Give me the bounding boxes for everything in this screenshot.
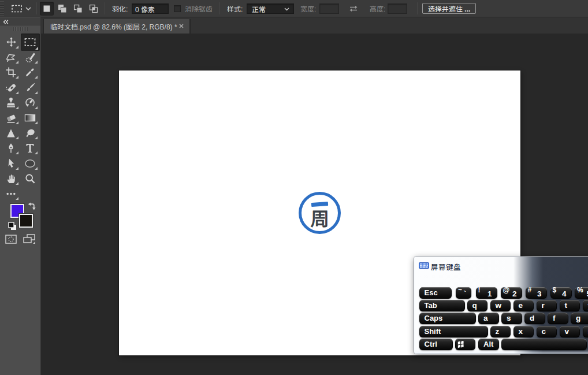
tool-flyout-indicator <box>35 61 38 64</box>
key-5[interactable]: %5 <box>575 287 588 299</box>
select-and-mask-button[interactable]: 选择并遮住 ... <box>422 3 476 14</box>
tool-pen[interactable] <box>2 140 20 155</box>
key-x[interactable]: x <box>513 326 534 337</box>
key-d[interactable]: d <box>524 313 545 324</box>
toolbar-gripper[interactable] <box>13 27 28 31</box>
key-t[interactable]: t <box>560 300 580 311</box>
key-label: x <box>519 327 523 336</box>
tool-quick-selection[interactable] <box>21 50 39 65</box>
tool-sharpen[interactable] <box>2 125 20 140</box>
key-v[interactable]: v <box>560 326 580 337</box>
key-z[interactable]: z <box>490 326 511 337</box>
key-f[interactable]: f <box>548 313 568 324</box>
tool-type[interactable] <box>21 140 39 155</box>
key-b[interactable]: b <box>583 326 588 337</box>
tool-spot-healing[interactable] <box>2 80 20 95</box>
swap-colors-icon[interactable] <box>27 202 36 211</box>
tool-clone-stamp[interactable] <box>2 95 20 110</box>
divider <box>417 2 418 14</box>
key-4[interactable]: $4 <box>550 287 572 299</box>
photoshop-app: 羽化: 消除锯齿 样式: 正常 宽度: 高度: 选择并遮住 ... 临时文档.p… <box>0 0 588 375</box>
key-label: q <box>472 301 477 310</box>
default-colors-icon[interactable] <box>8 222 17 231</box>
key-label: g <box>576 314 580 322</box>
tool-move[interactable] <box>2 35 20 50</box>
feather-input[interactable] <box>132 3 169 14</box>
options-bar-gripper[interactable] <box>0 1 4 16</box>
key-label: s <box>507 314 511 322</box>
tool-preset-chevron-icon[interactable] <box>25 7 31 10</box>
background-color-swatch[interactable] <box>19 214 33 228</box>
new-selection-mode-button[interactable] <box>40 2 54 16</box>
tab-close-icon[interactable] <box>179 24 184 29</box>
key-win[interactable] <box>455 339 476 350</box>
on-screen-keyboard-window[interactable]: 屏幕键盘 Esc~`!1@2#3$4%5TabqwertyCapsasdfgSh… <box>414 257 588 354</box>
zoom-icon <box>25 173 35 184</box>
tool-flyout-indicator <box>16 136 18 139</box>
key-tab[interactable]: Tab <box>419 300 465 311</box>
tool-ellipse-shape[interactable] <box>21 156 39 171</box>
tool-lasso[interactable] <box>2 50 20 65</box>
subtract-from-selection-mode-button[interactable] <box>71 2 85 16</box>
width-input[interactable] <box>319 3 339 14</box>
tool-dodge[interactable] <box>21 125 39 140</box>
key-e[interactable]: e <box>513 300 534 311</box>
eyedropper-icon <box>25 67 35 77</box>
tool-eraser[interactable] <box>2 110 20 125</box>
key-space[interactable] <box>501 339 587 350</box>
tool-eyedropper[interactable] <box>21 65 39 80</box>
antialias-label: 消除锯齿 <box>185 0 213 17</box>
key-r[interactable]: r <box>537 300 557 311</box>
key-shift[interactable]: Shift <box>419 326 488 337</box>
tool-edit-toolbar[interactable] <box>2 186 20 201</box>
key-label: c <box>542 327 546 336</box>
key-caps[interactable]: Caps <box>419 313 476 324</box>
tool-flyout-indicator <box>16 197 18 200</box>
key-c[interactable]: c <box>537 326 557 337</box>
style-dropdown[interactable]: 正常 <box>247 3 294 14</box>
key-shift-symbol: @ <box>503 286 510 294</box>
key-2[interactable]: @2 <box>501 287 522 299</box>
key-ctrl[interactable]: Ctrl <box>419 339 453 350</box>
tool-zoom[interactable] <box>21 171 39 186</box>
screen-mode-button[interactable] <box>23 234 36 244</box>
tool-hand[interactable] <box>2 171 20 186</box>
key-q[interactable]: q <box>467 300 488 311</box>
add-to-selection-mode-button[interactable] <box>55 2 69 16</box>
key-1[interactable]: !1 <box>476 287 497 299</box>
key-main-label: 1 <box>487 289 492 298</box>
key-alt[interactable]: Alt <box>478 339 499 350</box>
key-s[interactable]: s <box>501 313 522 324</box>
tool-rectangular-marquee[interactable] <box>21 34 40 51</box>
tool-flyout-indicator <box>35 91 38 94</box>
antialias-checkbox[interactable] <box>174 5 181 12</box>
key-main-label: ` <box>464 289 467 298</box>
swap-width-height-icon[interactable] <box>348 5 359 12</box>
gradient-icon <box>24 113 36 122</box>
osk-window-title: 屏幕键盘 <box>431 261 461 272</box>
key-main-label: 2 <box>512 289 517 298</box>
key-g[interactable]: g <box>571 313 588 324</box>
key-w[interactable]: w <box>490 300 511 311</box>
key-label: Ctrl <box>425 340 437 348</box>
key-y[interactable]: y <box>583 300 588 311</box>
spot-healing-icon <box>5 82 17 94</box>
key-3[interactable]: #3 <box>526 287 547 299</box>
height-input[interactable] <box>388 3 407 14</box>
key-shift-symbol: $ <box>553 286 557 294</box>
tool-path-selection[interactable] <box>2 156 20 171</box>
tool-preset-icon[interactable] <box>12 5 23 13</box>
tool-gradient[interactable] <box>21 110 39 125</box>
key-a[interactable]: a <box>478 313 499 324</box>
key-shift-symbol: ! <box>478 286 481 294</box>
quick-mask-mode-button[interactable] <box>5 235 17 244</box>
tool-crop[interactable] <box>2 65 20 80</box>
key-label: f <box>553 314 556 322</box>
toolbar-collapse-header[interactable] <box>0 18 40 25</box>
tool-history-brush[interactable] <box>21 95 39 110</box>
key-esc[interactable]: Esc <box>419 287 452 299</box>
document-tab[interactable]: 临时文档.psd @ 82.6% (图层 2, RGB/8) * <box>43 19 191 34</box>
tool-brush[interactable] <box>21 80 39 95</box>
intersect-selection-mode-button[interactable] <box>87 2 101 16</box>
key-`[interactable]: ~` <box>456 287 471 299</box>
